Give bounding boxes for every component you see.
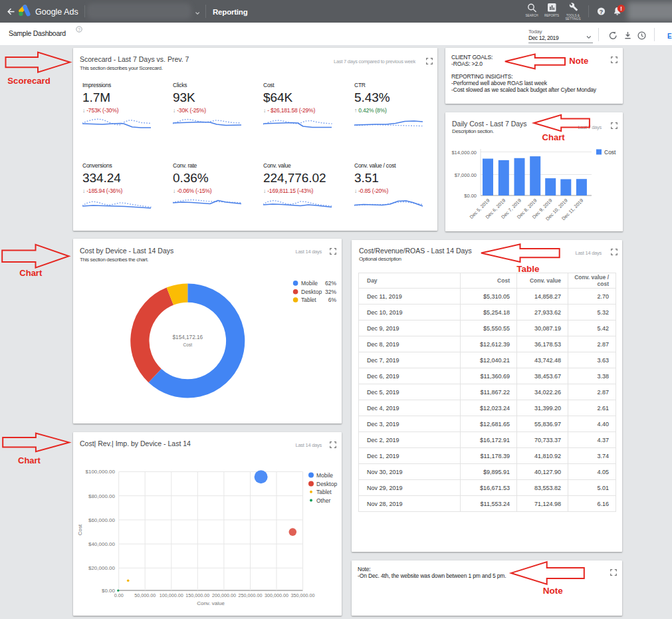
svg-text:$0.00: $0.00 [464, 193, 477, 199]
svg-text:Google Ads: Google Ads [35, 7, 78, 17]
svg-text:Tablet: Tablet [301, 297, 316, 303]
svg-text:$80,000.00: $80,000.00 [88, 493, 116, 499]
svg-text:SEARCH: SEARCH [525, 14, 538, 17]
svg-text:Chart: Chart [18, 455, 41, 465]
svg-text:$0.00: $0.00 [102, 588, 116, 594]
svg-text:$60,000.00: $60,000.00 [88, 517, 116, 523]
svg-text:0.00: 0.00 [114, 592, 124, 598]
svg-text:TOOLS &: TOOLS & [566, 14, 580, 17]
svg-text:100,000.00: 100,000.00 [160, 592, 183, 598]
svg-text:Cost: Cost [77, 524, 83, 535]
svg-text:62%: 62% [325, 280, 336, 287]
svg-text:$14,000.00: $14,000.00 [451, 150, 477, 156]
svg-text:Chart: Chart [19, 268, 43, 278]
svg-text:$154,172.16: $154,172.16 [173, 334, 203, 340]
svg-text:Tablet: Tablet [316, 489, 332, 495]
svg-text:SETTINGS: SETTINGS [566, 17, 581, 21]
svg-text:?: ? [78, 27, 80, 32]
svg-text:Reporting: Reporting [213, 8, 248, 16]
svg-text:$100,000.00: $100,000.00 [86, 469, 116, 475]
svg-text:Cost: Cost [183, 342, 193, 347]
svg-text:REPORTS: REPORTS [544, 14, 559, 17]
svg-text:Desktop: Desktop [316, 481, 337, 487]
svg-text:6%: 6% [328, 297, 337, 303]
svg-text:Mobile: Mobile [301, 280, 318, 287]
svg-text:Other: Other [316, 497, 330, 504]
svg-text:$20,000.00: $20,000.00 [88, 565, 116, 571]
svg-text:150,000.00: 150,000.00 [185, 592, 209, 598]
svg-text:300,000.00: 300,000.00 [265, 592, 288, 598]
svg-text:350,000.00: 350,000.00 [291, 592, 315, 598]
svg-text:Desktop: Desktop [301, 289, 322, 295]
svg-text:32%: 32% [325, 289, 336, 295]
svg-text:Scorecard: Scorecard [7, 76, 51, 86]
svg-text:Mobile: Mobile [316, 472, 333, 479]
svg-text:250,000.00: 250,000.00 [239, 592, 263, 598]
svg-text:50,000.00: 50,000.00 [134, 592, 156, 598]
svg-text:!: ! [620, 5, 622, 12]
svg-text:$40,000.00: $40,000.00 [88, 541, 116, 547]
svg-text:Cost: Cost [604, 149, 616, 156]
svg-text:200,000.00: 200,000.00 [212, 592, 236, 598]
svg-text:Conv. value: Conv. value [197, 600, 225, 606]
svg-text:?: ? [600, 9, 604, 15]
svg-text:$7,000.00: $7,000.00 [455, 172, 477, 178]
